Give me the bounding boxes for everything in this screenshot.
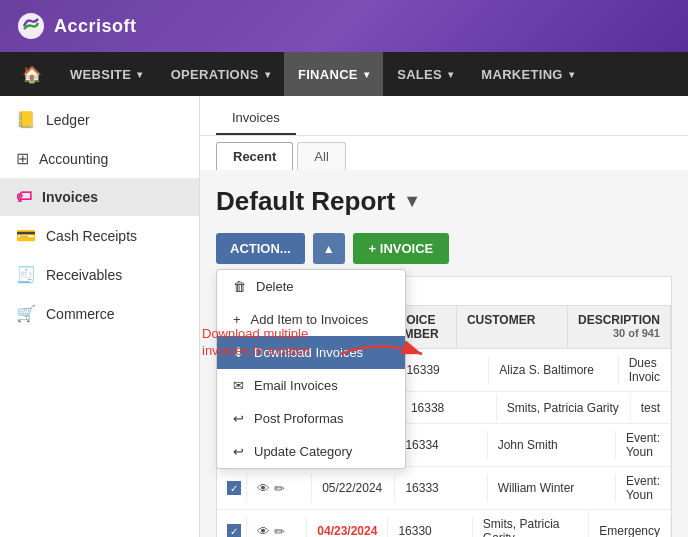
row-date: 04/23/2024 xyxy=(307,517,388,537)
sidebar-item-accounting[interactable]: ⊞ Accounting xyxy=(0,139,199,178)
row-customer: William Winter xyxy=(488,474,616,502)
sub-tab-all[interactable]: All xyxy=(297,142,345,170)
report-dropdown-icon[interactable]: ▼ xyxy=(403,191,421,212)
email-icon: ✉ xyxy=(233,378,244,393)
row-actions: 👁 ✏ xyxy=(247,474,312,503)
row-desc: Event: Youn xyxy=(616,467,671,509)
main-layout: 📒 Ledger ⊞ Accounting 🏷 Invoices 💳 Cash … xyxy=(0,96,688,537)
accounting-icon: ⊞ xyxy=(16,149,29,168)
nav-bar: 🏠 WEBSITE ▾ OPERATIONS ▾ FINANCE ▾ SALES… xyxy=(0,52,688,96)
row-desc: Emergency xyxy=(589,517,671,537)
add-icon: + xyxy=(233,312,241,327)
row-desc: Dues Invoic xyxy=(619,349,671,391)
logo-text: Accrisoft xyxy=(54,16,137,37)
nav-marketing[interactable]: MARKETING ▾ xyxy=(467,52,588,96)
nav-finance[interactable]: FINANCE ▾ xyxy=(284,52,383,96)
proformas-icon: ↩ xyxy=(233,411,244,426)
row-desc: test xyxy=(631,394,671,422)
eye-icon[interactable]: 👁 xyxy=(257,524,270,538)
row-customer: Aliza S. Baltimore xyxy=(489,356,618,384)
cash-receipts-icon: 💳 xyxy=(16,226,36,245)
report-title: Default Report ▼ xyxy=(216,186,672,217)
logo-icon xyxy=(16,11,46,41)
logo-area: Accrisoft xyxy=(16,11,137,41)
nav-sales[interactable]: SALES ▾ xyxy=(383,52,467,96)
annotation-arrow xyxy=(340,334,430,374)
invoices-icon: 🏷 xyxy=(16,188,32,206)
row-actions: 👁 ✏ xyxy=(247,517,307,538)
content-area: Invoices Recent All Default Report ▼ ACT… xyxy=(200,96,688,537)
table-row: ✓ 👁 ✏ 04/23/2024 16330 Smits, Patricia G… xyxy=(217,510,671,537)
action-arrow-button[interactable]: ▲ xyxy=(313,233,345,264)
table-row: ✓ 👁 ✏ 05/22/2024 16333 William Winter Ev… xyxy=(217,467,671,510)
eye-icon[interactable]: 👁 xyxy=(257,481,270,496)
website-chevron: ▾ xyxy=(137,69,142,80)
finance-chevron: ▾ xyxy=(364,69,369,80)
nav-home-button[interactable]: 🏠 xyxy=(8,52,56,96)
row-customer: John Smith xyxy=(488,431,616,459)
sidebar-item-ledger[interactable]: 📒 Ledger xyxy=(0,100,199,139)
row-count: 30 of 941 xyxy=(613,327,660,339)
sidebar: 📒 Ledger ⊞ Accounting 🏷 Invoices 💳 Cash … xyxy=(0,96,200,537)
row-customer: Smits, Patricia Garity xyxy=(497,394,631,422)
nav-operations[interactable]: OPERATIONS ▾ xyxy=(157,52,284,96)
dropdown-post-proformas[interactable]: ↩ Post Proformas xyxy=(217,402,405,435)
row-desc: Event: Youn xyxy=(616,424,671,466)
marketing-chevron: ▾ xyxy=(569,69,574,80)
top-header: Accrisoft xyxy=(0,0,688,52)
sidebar-item-commerce[interactable]: 🛒 Commerce xyxy=(0,294,199,333)
sales-chevron: ▾ xyxy=(448,69,453,80)
sidebar-item-receivables[interactable]: 🧾 Receivables xyxy=(0,255,199,294)
edit-icon[interactable]: ✏ xyxy=(274,481,285,496)
annotation-area: Download multiple invoices In a batch xyxy=(202,326,342,360)
commerce-icon: 🛒 xyxy=(16,304,36,323)
row-invoice-num: 16338 xyxy=(401,394,497,422)
tab-invoices[interactable]: Invoices xyxy=(216,102,296,135)
sub-tab-recent[interactable]: Recent xyxy=(216,142,293,170)
dropdown-update-category[interactable]: ↩ Update Category xyxy=(217,435,405,468)
sidebar-item-cash-receipts[interactable]: 💳 Cash Receipts xyxy=(0,216,199,255)
row-invoice-num: 16334 xyxy=(395,431,487,459)
edit-icon[interactable]: ✏ xyxy=(274,524,285,538)
category-icon: ↩ xyxy=(233,444,244,459)
toolbar: ACTION... ▲ + INVOICE 🗑 Delete + Add Ite… xyxy=(216,233,672,264)
ledger-icon: 📒 xyxy=(16,110,36,129)
receivables-icon: 🧾 xyxy=(16,265,36,284)
content-tabs: Invoices xyxy=(200,96,688,136)
col-customer: CUSTOMER xyxy=(457,306,568,348)
delete-icon: 🗑 xyxy=(233,279,246,294)
operations-chevron: ▾ xyxy=(265,69,270,80)
nav-website[interactable]: WEBSITE ▾ xyxy=(56,52,157,96)
sidebar-item-invoices[interactable]: 🏷 Invoices xyxy=(0,178,199,216)
action-button[interactable]: ACTION... xyxy=(216,233,305,264)
annotation-text: Download multiple invoices In a batch xyxy=(202,326,342,360)
row-checkbox[interactable]: ✓ xyxy=(217,517,247,537)
row-invoice-num: 16330 xyxy=(388,517,472,537)
row-invoice-num: 16333 xyxy=(395,474,487,502)
row-checkbox[interactable]: ✓ xyxy=(217,474,247,503)
col-description: DESCRIPTION 30 of 941 xyxy=(568,306,671,348)
add-invoice-button[interactable]: + INVOICE xyxy=(353,233,450,264)
sub-tabs: Recent All xyxy=(200,136,688,170)
row-customer: Smits, Patricia Garity xyxy=(473,510,590,537)
dropdown-delete[interactable]: 🗑 Delete xyxy=(217,270,405,303)
row-date: 05/22/2024 xyxy=(312,474,395,502)
